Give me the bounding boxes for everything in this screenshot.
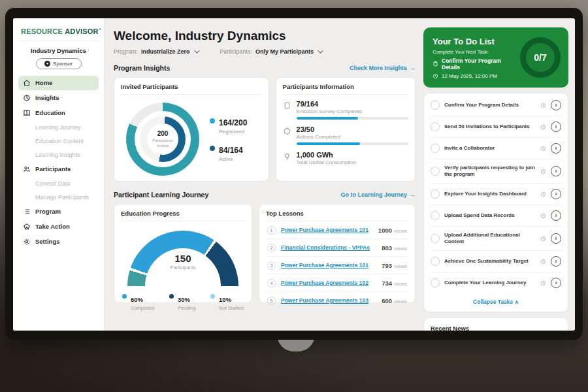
chevron-right-button[interactable]: › [551, 143, 561, 154]
sidebar-item-label: Education [35, 109, 65, 116]
sidebar-item-general-data[interactable]: General Data [18, 177, 99, 190]
sidebar-item-insights[interactable]: Insights [18, 91, 99, 105]
gear-icon [23, 238, 31, 246]
task-row[interactable]: Confirm Your Program Details › [431, 95, 561, 116]
checkbox[interactable] [431, 189, 440, 199]
todo-next-task[interactable]: Confirm Your Program Details [433, 57, 520, 71]
checkbox[interactable] [431, 122, 440, 131]
program-dropdown[interactable]: Program:Industrialize Zero [114, 48, 198, 55]
clock-icon [433, 73, 438, 79]
insights-cards-row: Invited Participants 200 Participants In… [114, 77, 416, 182]
clipboard-icon [433, 61, 438, 67]
checkbox[interactable] [431, 144, 440, 153]
checkbox[interactable] [431, 234, 440, 243]
sidebar-nav: Home Insights Education Learning Journey… [18, 76, 99, 249]
recent-news-heading: Recent News [431, 325, 561, 331]
chevron-right-button[interactable]: › [551, 233, 561, 244]
sidebar-item-education[interactable]: Education [18, 106, 99, 120]
participants-value: Only My Participants [255, 48, 314, 55]
clock-icon [540, 280, 546, 286]
sidebar-item-settings[interactable]: Settings [18, 235, 99, 249]
program-value: Industrialize Zero [141, 48, 190, 55]
lesson-link[interactable]: Financial Considerations - VPPAs [281, 244, 376, 251]
todo-progress-ring: 0/7 [520, 37, 561, 78]
sidebar-item-label: Participants [35, 165, 71, 172]
clock-icon [540, 213, 546, 219]
section-title: Participant Learning Journey [114, 191, 208, 199]
filters-row: Program:Industrialize Zero Participants:… [114, 48, 416, 55]
survey-icon [283, 101, 291, 110]
rank-badge: 4 [267, 279, 276, 287]
lesson-views: 793views [382, 262, 407, 269]
checkbox[interactable] [431, 257, 440, 266]
sidebar-item-take-action[interactable]: Take Action [18, 220, 99, 234]
participants-dropdown[interactable]: Participants:Only My Participants [220, 48, 322, 55]
checkbox[interactable] [431, 167, 440, 176]
chevron-right-button[interactable]: › [551, 100, 561, 110]
sidebar-item-education-content[interactable]: Education Content [18, 135, 99, 148]
learning-journey-header: Participant Learning Journey Go to Learn… [114, 191, 416, 199]
actions-completed-row: 23/50 Actions Completed [283, 125, 408, 145]
participants-label: Participants: [220, 48, 253, 55]
task-row[interactable]: Upload Additional Educational Content › [431, 227, 561, 251]
lesson-link[interactable]: Power Purchase Agreements 102 [281, 280, 376, 286]
participants-icon [23, 165, 31, 173]
check-more-insights-link[interactable]: Check More Insights→ [350, 65, 416, 71]
clock-icon [540, 146, 546, 152]
logo-advisor: ADVISOR [65, 27, 99, 35]
sidebar-item-label: Program [35, 208, 61, 215]
list-icon [23, 208, 31, 216]
arrow-right-icon: → [410, 191, 416, 198]
lesson-views: 734views [382, 280, 407, 287]
todo-summary-card: Your To Do List Complete Your Next Task:… [423, 27, 568, 88]
emission-survey-row: 79/164 Emission Survey Completed [283, 100, 408, 120]
task-row[interactable]: Explore Your Insights Dashboard › [431, 184, 561, 205]
lesson-row: 2 Financial Considerations - VPPAs 803vi… [266, 239, 408, 257]
collapse-tasks-link[interactable]: Collapse Tasks ∧ [431, 293, 561, 308]
lesson-views: 1000views [378, 227, 407, 234]
go-to-learning-journey-link[interactable]: Go to Learning Journey→ [340, 191, 416, 198]
chevron-right-button[interactable]: › [551, 210, 561, 221]
checkbox[interactable] [431, 211, 440, 220]
checkbox[interactable] [431, 101, 440, 110]
lesson-link[interactable]: Power Purchase Agreements 101 [281, 262, 376, 269]
invited-donut-chart: 200 Participants Invited [126, 103, 199, 176]
donut-legend: 164/200 Registered 84/164 Active [210, 116, 247, 162]
rank-badge: 1 [267, 226, 276, 235]
clock-icon [540, 191, 546, 197]
task-row[interactable]: Invite a Collaborator › [431, 138, 561, 159]
sidebar-item-participants[interactable]: Participants [18, 162, 99, 176]
task-row[interactable]: Achieve One Sustainability Target › [431, 251, 561, 272]
task-row[interactable]: Complete Your Learning Journey › [431, 272, 561, 293]
sidebar-item-home[interactable]: Home [18, 76, 99, 90]
card-title: Participants Information [283, 83, 408, 95]
legend-registered: 164/200 Registered [210, 116, 247, 135]
chevron-down-icon [318, 48, 323, 53]
todo-column: Your To Do List Complete Your Next Task:… [423, 18, 575, 331]
sidebar-item-learning-journey[interactable]: Learning Journey [18, 121, 99, 134]
chevron-right-button[interactable]: › [551, 256, 561, 267]
checkbox[interactable] [431, 278, 440, 287]
sidebar-item-learning-insights[interactable]: Learning Insights [18, 148, 99, 161]
task-row[interactable]: Upload Spend Data Records › [431, 205, 561, 227]
task-row[interactable]: Send 50 Invitations to Participants › [431, 116, 561, 138]
chevron-right-button[interactable]: › [551, 166, 561, 176]
chevron-right-button[interactable]: › [551, 278, 561, 288]
legend-dot [210, 294, 215, 299]
chevron-right-button[interactable]: › [551, 189, 561, 199]
monitor-bezel: RESOURCE ADVISOR+ Industry Dynamics ● Sp… [5, 8, 583, 340]
lesson-link[interactable]: Power Purchase Agreements 101 [281, 227, 373, 233]
chevron-right-button[interactable]: › [551, 122, 561, 132]
bulb-icon [283, 152, 291, 161]
sidebar-item-program[interactable]: Program [18, 204, 99, 219]
chevron-down-icon [194, 48, 199, 53]
sidebar-item-manage-participants[interactable]: Manage Participants [18, 191, 99, 204]
donut-center-label: Participants Invited [150, 139, 176, 149]
lesson-row: 1 Power Purchase Agreements 101 1000view… [266, 221, 408, 239]
donut-center-value: 200 [157, 130, 169, 137]
todo-title: Your To Do List [433, 37, 520, 46]
invited-participants-card: Invited Participants 200 Participants In… [114, 77, 269, 182]
lesson-link[interactable]: Power Purchase Agreements 103 [281, 297, 376, 304]
task-row[interactable]: Verify participants requesting to join t… [431, 159, 561, 184]
home-icon [23, 79, 31, 87]
